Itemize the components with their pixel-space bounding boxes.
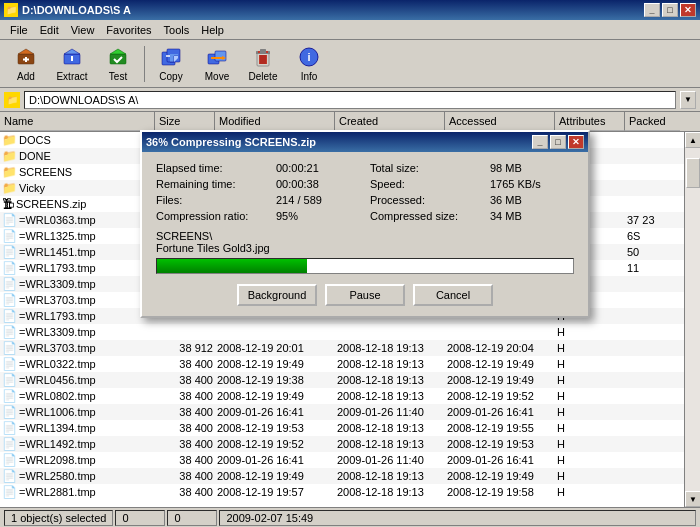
file-name-cell: 📄 =WRL3703.tmp xyxy=(0,340,155,356)
dialog-buttons: Background Pause Cancel xyxy=(156,284,574,306)
copy-button[interactable]: Copy xyxy=(149,42,193,86)
menu-file[interactable]: File xyxy=(4,22,34,38)
col-attr[interactable]: Attributes xyxy=(555,112,625,131)
col-created[interactable]: Created xyxy=(335,112,445,131)
remaining-value: 00:00:38 xyxy=(276,178,360,190)
file-name-cell: 📄 =WRL3309.tmp xyxy=(0,276,155,292)
processed-value: 36 MB xyxy=(490,194,574,206)
table-row[interactable]: 📄 =WRL0456.tmp 38 400 2008-12-19 19:38 2… xyxy=(0,372,684,388)
table-row[interactable]: 📄 =WRL2098.tmp 38 400 2009-01-26 16:41 2… xyxy=(0,452,684,468)
scroll-up-button[interactable]: ▲ xyxy=(685,132,700,148)
remaining-label: Remaining time: xyxy=(156,178,276,190)
col-accessed[interactable]: Accessed xyxy=(445,112,555,131)
table-row[interactable]: 📄 =WRL0802.tmp 38 400 2008-12-19 19:49 2… xyxy=(0,388,684,404)
maximize-button[interactable]: □ xyxy=(662,3,678,17)
col-name[interactable]: Name xyxy=(0,112,155,131)
table-row[interactable]: 📄 =WRL1006.tmp 38 400 2009-01-26 16:41 2… xyxy=(0,404,684,420)
test-button[interactable]: Test xyxy=(96,42,140,86)
files-label: Files: xyxy=(156,194,276,206)
background-button[interactable]: Background xyxy=(237,284,317,306)
file-packed-cell: 6S xyxy=(625,228,680,244)
progress-bar xyxy=(157,259,307,273)
col-size[interactable]: Size xyxy=(155,112,215,131)
file-created-cell: 2009-01-26 11:40 xyxy=(335,452,445,468)
address-input[interactable] xyxy=(24,91,676,109)
table-row[interactable]: 📄 =WRL0322.tmp 38 400 2008-12-19 19:49 2… xyxy=(0,356,684,372)
cancel-button[interactable]: Cancel xyxy=(413,284,493,306)
file-name-cell: 📄 =WRL1325.tmp xyxy=(0,228,155,244)
info-button[interactable]: i Info xyxy=(287,42,331,86)
col-modified[interactable]: Modified xyxy=(215,112,335,131)
file-name-cell: 📄 =WRL3703.tmp xyxy=(0,292,155,308)
table-row[interactable]: 📄 =WRL3309.tmp H xyxy=(0,324,684,340)
file-size-cell: 38 400 xyxy=(155,388,215,404)
delete-button[interactable]: Delete xyxy=(241,42,285,86)
address-dropdown[interactable]: ▼ xyxy=(680,91,696,109)
menu-favorites[interactable]: Favorites xyxy=(100,22,157,38)
file-accessed-cell xyxy=(445,324,555,340)
scroll-down-button[interactable]: ▼ xyxy=(685,491,700,507)
extract-button[interactable]: Extract xyxy=(50,42,94,86)
menu-tools[interactable]: Tools xyxy=(158,22,196,38)
total-size-label: Total size: xyxy=(370,162,490,174)
file-name-cell: 📄 =WRL1006.tmp xyxy=(0,404,155,420)
file-size-cell: 38 400 xyxy=(155,404,215,420)
file-accessed-cell: 2008-12-19 19:55 xyxy=(445,420,555,436)
file-modified-cell: 2008-12-19 19:57 xyxy=(215,484,335,500)
table-row[interactable]: 📄 =WRL2881.tmp 38 400 2008-12-19 19:57 2… xyxy=(0,484,684,500)
file-modified-cell: 2008-12-19 19:49 xyxy=(215,388,335,404)
title-bar: 📁 D:\DOWNLOADS\S A _ □ ✕ xyxy=(0,0,700,20)
file-packed-cell xyxy=(625,388,680,404)
file-packed-cell xyxy=(625,420,680,436)
col-packed[interactable]: Packed xyxy=(625,112,680,131)
info-icon: i xyxy=(297,45,321,69)
processed-label: Processed: xyxy=(370,194,490,206)
files-row: Files: 214 / 589 xyxy=(156,194,360,206)
file-packed-cell xyxy=(625,308,680,324)
file-packed-cell: 11 xyxy=(625,260,680,276)
file-attr-cell: H xyxy=(555,388,625,404)
dialog-close-button[interactable]: ✕ xyxy=(568,135,584,149)
file-size-cell: 38 400 xyxy=(155,420,215,436)
file-accessed-cell: 2009-01-26 16:41 xyxy=(445,452,555,468)
file-accessed-cell: 2009-01-26 16:41 xyxy=(445,404,555,420)
pause-button[interactable]: Pause xyxy=(325,284,405,306)
dialog-minimize-button[interactable]: _ xyxy=(532,135,548,149)
file-packed-cell xyxy=(625,164,680,180)
file-packed-cell xyxy=(625,180,680,196)
compressed-row: Compressed size: 34 MB xyxy=(370,210,574,222)
table-row[interactable]: 📄 =WRL3703.tmp 38 912 2008-12-19 20:01 2… xyxy=(0,340,684,356)
file-packed-cell xyxy=(625,452,680,468)
table-row[interactable]: 📄 =WRL1492.tmp 38 400 2008-12-19 19:52 2… xyxy=(0,436,684,452)
menu-edit[interactable]: Edit xyxy=(34,22,65,38)
menu-help[interactable]: Help xyxy=(195,22,230,38)
address-bar: 📁 ▼ xyxy=(0,88,700,112)
compress-dialog[interactable]: 36% Compressing SCREENS.zip _ □ ✕ Elapse… xyxy=(140,130,590,318)
file-modified-cell: 2009-01-26 16:41 xyxy=(215,404,335,420)
minimize-button[interactable]: _ xyxy=(644,3,660,17)
copy-icon xyxy=(159,45,183,69)
add-label: Add xyxy=(17,71,35,82)
file-name-cell: 📄 =WRL0363.tmp xyxy=(0,212,155,228)
title-bar-buttons: _ □ ✕ xyxy=(644,3,696,17)
table-row[interactable]: 📄 =WRL2580.tmp 38 400 2008-12-19 19:49 2… xyxy=(0,468,684,484)
scrollbar-vertical[interactable]: ▲ ▼ xyxy=(684,132,700,507)
menu-view[interactable]: View xyxy=(65,22,101,38)
elapsed-value: 00:00:21 xyxy=(276,162,360,174)
dialog-content: Elapsed time: 00:00:21 Remaining time: 0… xyxy=(142,152,588,316)
dialog-maximize-button[interactable]: □ xyxy=(550,135,566,149)
current-file: Fortune Tiles Gold3.jpg xyxy=(156,242,270,254)
file-name-cell: 📄 =WRL0456.tmp xyxy=(0,372,155,388)
scroll-thumb[interactable] xyxy=(686,158,700,188)
total-size-value: 98 MB xyxy=(490,162,574,174)
file-created-cell: 2008-12-18 19:13 xyxy=(335,436,445,452)
table-row[interactable]: 📄 =WRL1394.tmp 38 400 2008-12-19 19:53 2… xyxy=(0,420,684,436)
file-size-cell: 38 400 xyxy=(155,468,215,484)
close-button[interactable]: ✕ xyxy=(680,3,696,17)
current-path: SCREENS\ xyxy=(156,230,574,242)
add-button[interactable]: Add xyxy=(4,42,48,86)
file-packed-cell xyxy=(625,372,680,388)
move-button[interactable]: Move xyxy=(195,42,239,86)
current-filename: Fortune Tiles Gold3.jpg xyxy=(156,242,574,254)
files-value: 214 / 589 xyxy=(276,194,360,206)
